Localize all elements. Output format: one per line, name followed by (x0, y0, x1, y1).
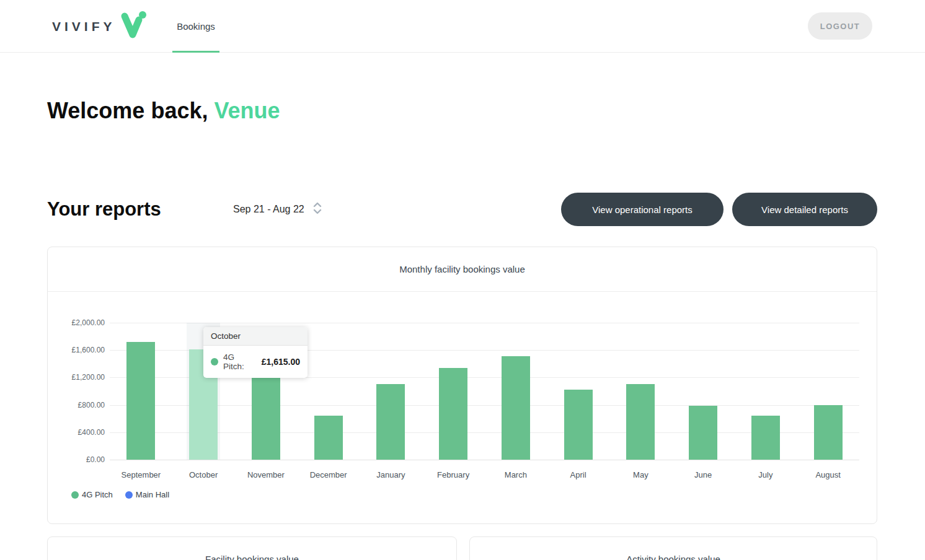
bar-january[interactable] (376, 384, 405, 460)
y-axis-tick-label: £0.00 (60, 455, 105, 464)
bar-chart: £0.00£400.00£800.00£1,200.00£1,600.00£2,… (48, 247, 877, 523)
facility-bookings-card: Facility bookings value (47, 536, 457, 560)
x-axis-label-august: August (794, 470, 862, 479)
chart-tooltip: October 4G Pitch: £1,615.00 (203, 327, 308, 378)
y-axis-tick-label: £400.00 (60, 428, 105, 437)
tooltip-value: £1,615.00 (262, 357, 300, 367)
x-axis-label-july: July (732, 470, 800, 479)
tooltip-series-label: 4G Pitch: (223, 352, 257, 371)
x-axis-label-march: March (482, 470, 550, 479)
activity-bookings-card-title: Activity bookings value (470, 554, 877, 560)
bar-february[interactable] (439, 368, 467, 460)
gridline (110, 460, 859, 460)
reports-title: Your reports (47, 198, 161, 221)
legend-dot-icon (71, 491, 79, 499)
y-axis-tick-label: £800.00 (60, 401, 105, 409)
x-axis-label-february: February (419, 470, 487, 479)
legend-item-4g-pitch[interactable]: 4G Pitch (71, 490, 113, 499)
reports-header-row: Your reports Sep 21 - Aug 22 View operat… (0, 193, 925, 226)
gridline (110, 432, 859, 433)
view-operational-reports-button[interactable]: View operational reports (561, 193, 724, 226)
bar-september[interactable] (126, 342, 155, 460)
y-axis-tick-label: £1,200.00 (60, 373, 105, 382)
chevron-up-down-icon (313, 202, 322, 217)
welcome-prefix: Welcome back, (47, 98, 214, 123)
vivify-logo: VIVIFY (52, 0, 147, 53)
legend-item-main-hall[interactable]: Main Hall (125, 490, 169, 499)
vivify-v-icon (120, 9, 147, 42)
x-axis-label-june: June (669, 470, 737, 479)
logout-button[interactable]: LOGOUT (808, 12, 872, 40)
x-axis-label-october: October (169, 470, 237, 479)
bar-april[interactable] (564, 390, 593, 460)
x-axis-label-january: January (356, 470, 425, 479)
x-axis-label-december: December (294, 470, 363, 479)
bar-august[interactable] (814, 405, 843, 460)
facility-bookings-card-title: Facility bookings value (48, 554, 456, 560)
gridline (110, 323, 859, 323)
date-range-selector[interactable]: Sep 21 - Aug 22 (233, 202, 322, 217)
welcome-heading: Welcome back, Venue (47, 98, 280, 124)
active-tab-underline (172, 51, 219, 53)
bar-march[interactable] (502, 356, 530, 460)
legend-dot-icon (125, 491, 133, 499)
x-axis-label-may: May (606, 470, 675, 479)
y-axis-tick-label: £1,600.00 (60, 346, 105, 354)
view-detailed-reports-button[interactable]: View detailed reports (732, 193, 877, 226)
tooltip-month: October (203, 327, 308, 346)
legend-label: 4G Pitch (82, 490, 113, 499)
y-axis-tick-label: £2,000.00 (60, 318, 105, 327)
monthly-bookings-chart-card: Monthly facility bookings value £0.00£40… (47, 247, 877, 524)
bar-december[interactable] (314, 416, 343, 460)
bar-may[interactable] (626, 384, 655, 460)
tab-bookings-label: Bookings (177, 21, 215, 32)
x-axis-label-november: November (232, 470, 300, 479)
bar-june[interactable] (689, 406, 717, 460)
chart-legend: 4G PitchMain Hall (71, 490, 169, 499)
welcome-venue-name: Venue (214, 98, 280, 123)
activity-bookings-card: Activity bookings value (469, 536, 877, 560)
top-navbar: VIVIFY Bookings LOGOUT (0, 0, 925, 53)
logo-wordmark: VIVIFY (52, 19, 116, 34)
date-range-label: Sep 21 - Aug 22 (233, 204, 304, 215)
x-axis-label-september: September (107, 470, 175, 479)
gridline (110, 405, 859, 406)
tooltip-series-dot-icon (211, 358, 218, 365)
bar-november[interactable] (252, 372, 280, 460)
legend-label: Main Hall (136, 490, 169, 499)
tab-bookings[interactable]: Bookings (172, 0, 219, 53)
bar-july[interactable] (751, 416, 780, 460)
x-axis-label-april: April (544, 470, 613, 479)
